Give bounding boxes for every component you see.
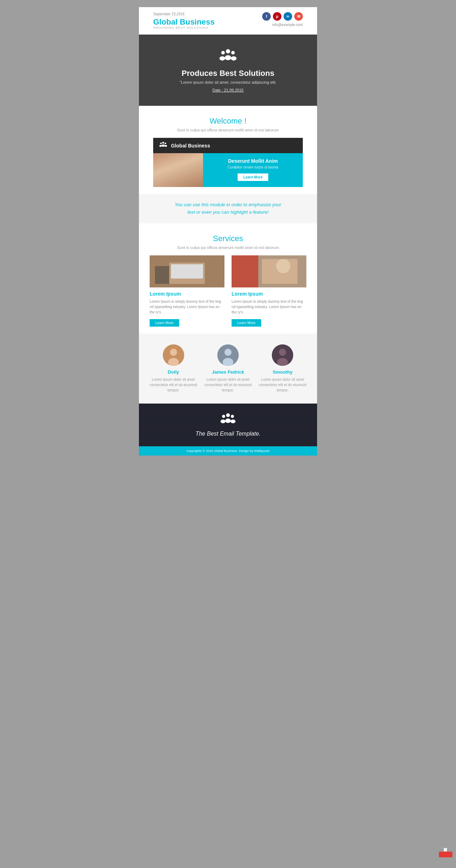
svg-point-3 [219, 56, 225, 61]
svg-point-4 [231, 51, 235, 54]
feature-card-title: Deserunt Mollit Anim [209, 158, 297, 164]
linkedin-icon[interactable]: in [284, 12, 292, 21]
svg-point-8 [160, 142, 162, 144]
footer-copyright-text: Copyrights © 2016 Global Business. Desig… [186, 449, 269, 453]
header-right: f p in ✉ info@example.com [262, 12, 303, 27]
svg-point-32 [221, 420, 226, 423]
email-container: September 23,2016 Global Business PROVID… [139, 7, 317, 456]
hero-subtitle: "Lorem ipsum dolor sit amet, consectetur… [180, 80, 276, 84]
service-2-title: Lorem Ipsum [232, 291, 306, 297]
feature-card-brand: Global Business [171, 143, 210, 149]
hero-title: Produces Best Solutions [180, 69, 276, 78]
team-avatar-2 [217, 344, 239, 366]
header: September 23,2016 Global Business PROVID… [139, 7, 317, 35]
hero-date: Date : 21.09.2015 [180, 88, 276, 92]
team-member-1: Doily Lorem ipsum dolor sit amet consect… [146, 344, 201, 393]
svg-point-0 [226, 49, 230, 53]
services-subtitle: Sunt in culpa qui officia deserunt molli… [150, 245, 306, 250]
team-member-2-desc: Lorem ipsum dolor sit amet consectetur e… [204, 377, 252, 393]
team-grid: Doily Lorem ipsum dolor sit amet consect… [146, 344, 310, 393]
feature-card-text: Deserunt Mollit Anim Curabitur ornare tu… [203, 153, 303, 187]
svg-point-21 [170, 349, 177, 356]
service-1-desc: Lorem Ipsum is simply dummy text of the … [150, 299, 224, 315]
svg-point-24 [224, 349, 232, 356]
service-1-title: Lorem Ipsum [150, 291, 224, 297]
services-section: Services Sunt in culpa qui officia deser… [139, 223, 317, 334]
svg-point-33 [231, 415, 234, 418]
svg-point-34 [230, 420, 235, 423]
highlight-text: You can use this module in order to emph… [153, 201, 303, 216]
welcome-title: Welcome ! [153, 116, 303, 126]
team-member-2: James Fedrick Lorem ipsum dolor sit amet… [201, 344, 255, 393]
svg-rect-17 [232, 255, 258, 287]
team-section: Doily Lorem ipsum dolor sit amet consect… [139, 334, 317, 404]
pinterest-icon[interactable]: p [273, 12, 281, 21]
service-image-2 [232, 255, 306, 287]
service-item-2: Lorem Ipsum Lorem Ipsum is simply dummy … [232, 255, 306, 327]
svg-point-7 [162, 145, 165, 147]
social-icons: f p in ✉ [262, 12, 303, 21]
svg-point-11 [165, 145, 167, 147]
feature-card-image [153, 153, 203, 187]
svg-point-31 [222, 415, 225, 418]
svg-rect-15 [171, 264, 203, 279]
feature-learn-more-button[interactable]: Learn More [238, 173, 268, 181]
team-avatar-3 [272, 344, 293, 366]
svg-point-6 [162, 142, 164, 144]
team-member-2-name: James Fedrick [204, 369, 252, 375]
svg-point-10 [165, 142, 166, 144]
service-item-1: Lorem Ipsum Lorem Ipsum is simply dummy … [150, 255, 224, 327]
brand-tagline: PROVIDING BEST SOLUTIONS [153, 26, 214, 30]
highlight-band: You can use this module in order to emph… [139, 194, 317, 223]
services-grid: Lorem Ipsum Lorem Ipsum is simply dummy … [150, 255, 306, 327]
team-member-1-name: Doily [150, 369, 197, 375]
svg-point-2 [221, 51, 225, 54]
service-1-learn-more-button[interactable]: Learn More [150, 319, 179, 327]
services-title: Services [150, 234, 306, 243]
welcome-section: Welcome ! Sunt in culpa qui officia dese… [139, 106, 317, 194]
team-member-1-desc: Lorem ipsum dolor sit amet consectetur e… [150, 377, 197, 393]
email-social-icon[interactable]: ✉ [294, 12, 303, 21]
svg-point-19 [276, 259, 290, 273]
svg-point-9 [159, 145, 162, 147]
team-avatar-1 [163, 344, 184, 366]
feature-card-body: Deserunt Mollit Anim Curabitur ornare tu… [153, 153, 303, 187]
svg-point-5 [231, 56, 237, 61]
brand-name: Global Business [153, 18, 214, 26]
team-member-3-desc: Lorem ipsum dolor sit amet consectetur e… [259, 377, 306, 393]
team-member-3: Smoothy Lorem ipsum dolor sit amet conse… [255, 344, 310, 393]
header-date: September 23,2016 [153, 12, 214, 16]
service-2-desc: Lorem Ipsum is simply dummy text of the … [232, 299, 306, 315]
footer-banner-text: The Best Email Template. [196, 431, 261, 437]
service-2-learn-more-button[interactable]: Learn More [232, 319, 261, 327]
svg-point-27 [279, 349, 286, 356]
team-member-3-name: Smoothy [259, 369, 306, 375]
hero-banner: Produces Best Solutions "Lorem ipsum dol… [139, 35, 317, 106]
footer-banner: The Best Email Template. [139, 404, 317, 446]
feature-card: Global Business Deserunt Mollit Anim Cur… [153, 138, 303, 187]
footer-copyright: Copyrights © 2016 Global Business. Desig… [139, 446, 317, 456]
hero-content: Produces Best Solutions "Lorem ipsum dol… [169, 48, 287, 92]
feature-card-desc: Curabitur ornare turpis ut lacinia [209, 165, 297, 169]
hero-people-icon [180, 48, 276, 66]
feature-card-header: Global Business [153, 138, 303, 153]
facebook-icon[interactable]: f [262, 12, 271, 21]
service-image-1 [150, 255, 224, 287]
header-email: info@example.com [272, 23, 303, 27]
header-left: September 23,2016 Global Business PROVID… [153, 12, 214, 30]
svg-point-29 [226, 413, 230, 417]
svg-point-1 [225, 55, 231, 60]
feature-card-icon [159, 141, 167, 150]
svg-point-30 [225, 419, 231, 423]
footer-banner-icon [220, 412, 236, 428]
welcome-subtitle: Sunt in culpa qui officia deserunt molli… [153, 128, 303, 132]
